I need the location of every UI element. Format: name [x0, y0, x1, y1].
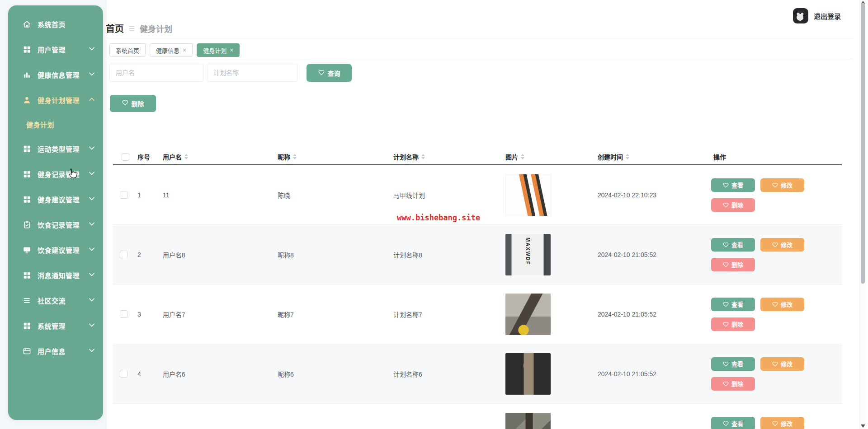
tab-label: 健身计划: [203, 46, 226, 55]
row-checkbox[interactable]: [120, 310, 127, 318]
row-username: 11: [159, 191, 274, 199]
tab-close-icon[interactable]: ×: [183, 47, 186, 53]
row-checkbox[interactable]: [120, 191, 127, 199]
sort-caret-icon[interactable]: [293, 154, 297, 159]
column-header-创建时间[interactable]: 创建时间: [594, 152, 710, 161]
sidebar-item-社区交流[interactable]: 社区交流: [8, 290, 103, 311]
chart-icon: [23, 70, 31, 79]
card-icon: [23, 347, 31, 355]
heart-icon: [723, 262, 729, 267]
sidebar-item-健身计划管理[interactable]: 健身计划管理: [8, 89, 103, 110]
column-header-用户名[interactable]: 用户名: [159, 152, 274, 161]
list-icon: [23, 296, 31, 305]
row-nickname: 陈晓: [274, 191, 390, 200]
delete-button[interactable]: 删除: [711, 377, 755, 391]
row-nickname: 昵称8: [274, 250, 390, 259]
avatar[interactable]: [793, 8, 808, 23]
sidebar-item-用户信息[interactable]: 用户信息: [8, 340, 103, 361]
action-button-label: 查看: [731, 181, 743, 189]
tab-close-icon[interactable]: ×: [230, 47, 233, 53]
delete-button[interactable]: 删除: [711, 317, 755, 331]
plan-image[interactable]: [505, 353, 551, 395]
column-header-计划名称[interactable]: 计划名称: [390, 152, 502, 161]
chevron-down-icon: [89, 323, 95, 328]
plan-name-search-input[interactable]: [207, 64, 297, 82]
tab-健身计划[interactable]: 健身计划×: [197, 43, 240, 57]
sidebar-item-系统首页[interactable]: 系统首页: [8, 14, 103, 34]
sort-caret-icon[interactable]: [626, 154, 629, 159]
heart-icon: [723, 182, 729, 188]
heart-icon: [723, 302, 729, 307]
chevron-down-icon: [89, 247, 95, 252]
row-plan-name: 马甲线计划: [390, 191, 502, 200]
sidebar-item-健身计划[interactable]: 健身计划: [8, 115, 103, 134]
column-header-图片[interactable]: 图片: [502, 152, 594, 161]
breadcrumb-home[interactable]: 首页: [106, 22, 124, 35]
edit-button[interactable]: 修改: [760, 298, 804, 311]
logout-button[interactable]: 退出登录: [793, 8, 841, 23]
sidebar-item-健康信息管理[interactable]: 健康信息管理: [8, 64, 103, 85]
sidebar-item-运动类型管理[interactable]: 运动类型管理: [8, 138, 103, 159]
view-button[interactable]: 查看: [711, 417, 755, 429]
sidebar-item-饮食建议管理[interactable]: 饮食建议管理: [8, 239, 103, 260]
action-button-label: 删除: [731, 320, 743, 328]
plan-image[interactable]: MAXWDF: [505, 234, 551, 275]
heart-icon: [723, 381, 729, 387]
view-button[interactable]: 查看: [711, 298, 755, 311]
row-checkbox[interactable]: [120, 251, 127, 258]
sidebar-item-饮食记录管理[interactable]: 饮食记录管理: [8, 214, 103, 235]
scrollbar-down-arrow-icon[interactable]: [861, 424, 865, 428]
grid-icon: [23, 170, 31, 178]
heart-icon: [772, 302, 778, 307]
scrollbar-track[interactable]: [859, 0, 866, 429]
edit-button[interactable]: 修改: [760, 417, 804, 429]
action-button-label: 修改: [781, 240, 793, 249]
sort-caret-icon[interactable]: [184, 154, 188, 159]
query-button[interactable]: 查询: [307, 64, 352, 82]
sidebar-item-label: 用户信息: [38, 346, 89, 356]
delete-button[interactable]: 删除: [711, 198, 755, 212]
plan-image[interactable]: [505, 413, 551, 429]
sort-caret-icon[interactable]: [521, 154, 524, 159]
sidebar-item-消息通知管理[interactable]: 消息通知管理: [8, 265, 103, 285]
sidebar-item-label: 社区交流: [38, 296, 89, 305]
sidebar-item-用户管理[interactable]: 用户管理: [8, 39, 103, 60]
column-header-昵称[interactable]: 昵称: [274, 152, 390, 161]
row-checkbox[interactable]: [120, 370, 127, 378]
bulk-delete-button[interactable]: 删除: [110, 95, 156, 112]
column-header-label: 计划名称: [393, 152, 419, 161]
edit-button[interactable]: 修改: [760, 238, 804, 252]
tab-健康信息[interactable]: 健康信息×: [150, 43, 193, 57]
heart-icon: [723, 361, 729, 367]
sidebar-item-label: 健康信息管理: [38, 70, 89, 79]
chevron-down-icon: [89, 47, 95, 51]
sidebar-item-系统管理[interactable]: 系统管理: [8, 315, 103, 336]
logout-label[interactable]: 退出登录: [814, 11, 841, 21]
view-button[interactable]: 查看: [711, 238, 755, 252]
plan-image[interactable]: [505, 294, 551, 335]
heart-icon: [723, 421, 729, 426]
sidebar: 系统首页用户管理健康信息管理健身计划管理健身计划运动类型管理健身记录管理健身建议…: [8, 5, 103, 420]
sidebar-item-健身记录管理[interactable]: 健身记录管理: [8, 163, 103, 184]
delete-button[interactable]: 删除: [711, 258, 755, 271]
action-button-label: 删除: [731, 201, 743, 209]
row-plan-name: 计划名称8: [390, 250, 502, 259]
edit-button[interactable]: 修改: [760, 357, 804, 371]
row-plan-name: 计划名称6: [390, 369, 502, 378]
sidebar-item-label: 健身建议管理: [38, 195, 89, 204]
username-search-input[interactable]: [109, 64, 203, 82]
scrollbar-thumb[interactable]: [861, 3, 865, 284]
tab-bar: 系统首页健康信息×健身计划×: [109, 43, 240, 57]
edit-button[interactable]: 修改: [760, 178, 804, 192]
select-all-checkbox[interactable]: [122, 153, 129, 161]
chevron-down-icon: [89, 222, 95, 227]
tab-系统首页[interactable]: 系统首页: [109, 43, 146, 57]
action-button-label: 查看: [731, 240, 743, 249]
plan-image[interactable]: [505, 174, 552, 216]
chevron-down-icon: [89, 273, 95, 277]
view-button[interactable]: 查看: [711, 357, 755, 371]
view-button[interactable]: 查看: [711, 178, 755, 192]
sidebar-item-健身建议管理[interactable]: 健身建议管理: [8, 189, 103, 210]
sidebar-menu: 系统首页用户管理健康信息管理健身计划管理健身计划运动类型管理健身记录管理健身建议…: [8, 14, 103, 361]
sort-caret-icon[interactable]: [421, 154, 425, 159]
